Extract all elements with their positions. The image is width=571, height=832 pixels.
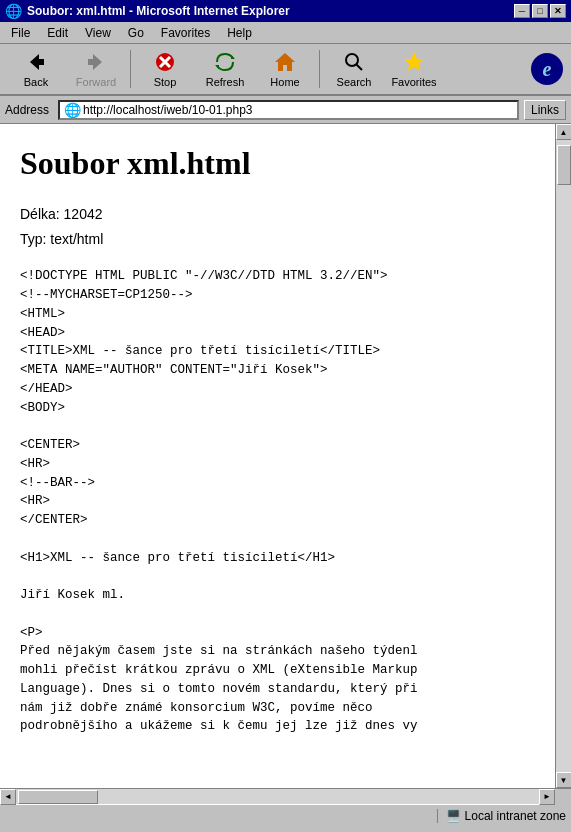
svg-marker-0 [30,54,39,70]
title-bar-icon: 🌐 [5,3,22,19]
svg-rect-1 [38,59,44,65]
ie-logo: e [531,53,563,85]
toolbar: Back Forward Stop Refresh Home Search [0,44,571,96]
meta-delka: Délka: 12042 [20,202,535,227]
menu-file[interactable]: File [5,24,36,42]
status-zone: 🖥️ Local intranet zone [437,809,566,823]
toolbar-divider-2 [319,50,320,88]
menu-edit[interactable]: Edit [41,24,74,42]
address-bar: Address 🌐 Links [0,96,571,124]
svg-point-10 [346,54,358,66]
title-bar-text: Soubor: xml.html - Microsoft Internet Ex… [27,4,290,18]
svg-marker-12 [404,52,424,71]
zone-icon: 🖥️ [446,809,461,823]
scroll-thumb-v[interactable] [557,145,571,185]
scroll-up-arrow[interactable]: ▲ [556,124,572,140]
address-label: Address [5,103,53,117]
zone-text: Local intranet zone [465,809,566,823]
scroll-right-arrow[interactable]: ► [539,789,555,805]
content-area[interactable]: Soubor xml.html Délka: 12042 Typ: text/h… [0,124,555,788]
close-button[interactable]: ✕ [550,4,566,18]
links-button[interactable]: Links [524,100,566,120]
menu-go[interactable]: Go [122,24,150,42]
back-icon [24,50,48,74]
favorites-icon [402,50,426,74]
svg-line-11 [357,65,363,71]
page-title: Soubor xml.html [20,139,535,187]
menu-bar: File Edit View Go Favorites Help [0,22,571,44]
horizontal-scrollbar: ◄ ► [0,788,571,804]
svg-rect-3 [88,59,94,65]
refresh-icon [213,50,237,74]
home-icon [273,50,297,74]
favorites-button[interactable]: Favorites [386,47,442,91]
menu-help[interactable]: Help [221,24,258,42]
minimize-button[interactable]: ─ [514,4,530,18]
search-icon [342,50,366,74]
status-bar: 🖥️ Local intranet zone [0,804,571,826]
svg-marker-2 [93,54,102,70]
menu-view[interactable]: View [79,24,117,42]
back-button[interactable]: Back [8,47,64,91]
stop-button[interactable]: Stop [137,47,193,91]
svg-marker-9 [275,53,295,71]
address-globe-icon: 🌐 [63,101,81,119]
search-button[interactable]: Search [326,47,382,91]
source-code: <!DOCTYPE HTML PUBLIC "-//W3C//DTD HTML … [20,267,535,736]
maximize-button[interactable]: □ [532,4,548,18]
home-button[interactable]: Home [257,47,313,91]
address-input-wrapper: 🌐 [58,100,519,120]
forward-button[interactable]: Forward [68,47,124,91]
content-wrapper: Soubor xml.html Délka: 12042 Typ: text/h… [0,124,571,788]
scroll-down-arrow[interactable]: ▼ [556,772,572,788]
stop-icon [153,50,177,74]
refresh-button[interactable]: Refresh [197,47,253,91]
menu-favorites[interactable]: Favorites [155,24,216,42]
scroll-track-v[interactable] [556,140,571,772]
scroll-thumb-h[interactable] [18,790,98,804]
scroll-track-h[interactable] [16,789,539,804]
title-bar: 🌐 Soubor: xml.html - Microsoft Internet … [0,0,571,22]
toolbar-divider-1 [130,50,131,88]
scrollbar-corner [555,789,571,805]
address-field[interactable] [83,103,514,117]
meta-info: Délka: 12042 Typ: text/html [20,202,535,252]
forward-icon [84,50,108,74]
scroll-left-arrow[interactable]: ◄ [0,789,16,805]
meta-typ: Typ: text/html [20,227,535,252]
vertical-scrollbar: ▲ ▼ [555,124,571,788]
